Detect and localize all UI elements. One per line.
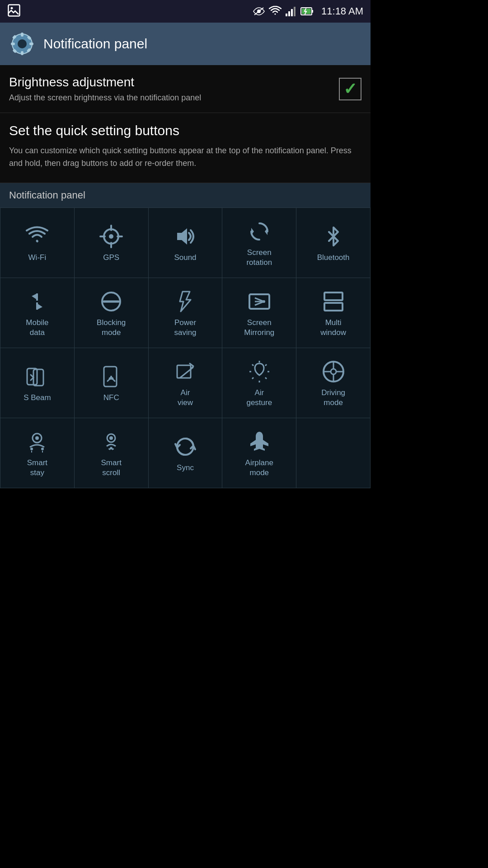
header-title: Notification panel <box>43 36 147 52</box>
battery-icon <box>300 6 314 16</box>
svg-point-62 <box>35 436 39 440</box>
svg-line-51 <box>252 364 253 366</box>
airplane-mode-label: Airplanemode <box>245 458 273 478</box>
checkmark-icon: ✓ <box>343 81 357 97</box>
grid-item-blocking-mode[interactable]: Blockingmode <box>75 278 149 348</box>
screen-rotation-label: Screenrotation <box>246 248 272 268</box>
svg-rect-42 <box>33 369 43 386</box>
bluetooth-label: Bluetooth <box>317 253 350 263</box>
svg-point-1 <box>11 7 13 9</box>
svg-rect-7 <box>294 7 296 16</box>
air-gesture-grid-icon <box>248 360 271 383</box>
quick-settings-grid: Wi-Fi GPS Sound Screenrotation <box>0 208 371 488</box>
brightness-title: Brightness adjustment <box>9 75 201 90</box>
grid-item-screen-mirroring[interactable]: ScreenMirroring <box>222 278 296 348</box>
grid-item-air-view[interactable]: Airview <box>149 348 223 418</box>
brightness-description: Adjust the screen brightness via the not… <box>9 93 201 103</box>
grid-item-smart-scroll[interactable]: Smartscroll <box>75 418 149 488</box>
gps-label: GPS <box>103 253 119 263</box>
sync-label: Sync <box>177 463 194 473</box>
grid-item-empty <box>296 418 371 488</box>
svg-rect-5 <box>288 11 290 16</box>
driving-mode-grid-icon <box>322 360 345 383</box>
status-time: 11:18 AM <box>321 5 363 17</box>
grid-item-wifi[interactable]: Wi-Fi <box>0 208 75 278</box>
power-saving-label: Powersaving <box>174 318 196 338</box>
grid-item-sync[interactable]: Sync <box>149 418 223 488</box>
svg-rect-13 <box>21 33 23 37</box>
svg-rect-9 <box>312 10 313 13</box>
brightness-section[interactable]: Brightness adjustment Adjust the screen … <box>0 65 371 113</box>
gps-grid-icon <box>99 225 123 248</box>
mobile-data-grid-icon <box>25 290 49 313</box>
svg-point-12 <box>18 39 27 48</box>
grid-item-airplane-mode[interactable]: Airplanemode <box>222 418 296 488</box>
svg-rect-14 <box>21 51 23 55</box>
power-saving-grid-icon <box>174 290 197 313</box>
status-right-icons: 11:18 AM <box>253 5 363 17</box>
svg-rect-40 <box>324 303 343 311</box>
quick-settings-title: Set the quick setting buttons <box>9 123 361 138</box>
grid-item-screen-rotation[interactable]: Screenrotation <box>222 208 296 278</box>
svg-rect-39 <box>324 292 343 300</box>
svg-rect-6 <box>291 9 293 16</box>
grid-item-smart-stay[interactable]: Smartstay <box>0 418 75 488</box>
air-view-label: Airview <box>178 388 193 408</box>
air-gesture-label: Airgesture <box>246 388 272 408</box>
grid-item-mobile-data[interactable]: Mobiledata <box>0 278 75 348</box>
sync-grid-icon <box>174 435 197 458</box>
grid-item-gps[interactable]: GPS <box>75 208 149 278</box>
sound-label: Sound <box>174 253 196 263</box>
blocking-mode-label: Blockingmode <box>97 318 126 338</box>
svg-point-56 <box>331 369 336 374</box>
nfc-grid-icon <box>99 365 123 388</box>
gear-icon <box>9 31 35 57</box>
grid-item-driving-mode[interactable]: Drivingmode <box>296 348 371 418</box>
air-view-grid-icon <box>174 360 197 383</box>
image-icon <box>7 4 21 17</box>
svg-rect-16 <box>29 42 33 45</box>
settings-gear-icon <box>9 31 35 57</box>
s-beam-grid-icon <box>25 365 49 388</box>
screen-rotation-grid-icon <box>248 220 271 243</box>
grid-item-multi-window[interactable]: Multiwindow <box>296 278 371 348</box>
brightness-checkbox[interactable]: ✓ <box>339 78 361 100</box>
svg-marker-27 <box>177 228 187 245</box>
notification-panel-label: Notification panel <box>0 183 371 208</box>
screen-mirroring-grid-icon <box>248 290 271 313</box>
grid-item-s-beam[interactable]: S Beam <box>0 348 75 418</box>
svg-point-68 <box>109 436 113 440</box>
svg-point-63 <box>30 448 33 450</box>
grid-item-sound[interactable]: Sound <box>149 208 223 278</box>
screen-mirroring-label: ScreenMirroring <box>244 318 274 338</box>
svg-point-64 <box>41 448 44 450</box>
svg-point-22 <box>109 234 113 239</box>
grid-item-nfc[interactable]: NFC <box>75 348 149 418</box>
brightness-text: Brightness adjustment Adjust the screen … <box>9 75 201 103</box>
nfc-label: NFC <box>103 393 119 403</box>
multi-window-label: Multiwindow <box>320 318 346 338</box>
driving-mode-label: Drivingmode <box>321 388 345 408</box>
bluetooth-grid-icon <box>322 225 345 248</box>
wifi-label: Wi-Fi <box>28 253 47 263</box>
smart-stay-label: Smartstay <box>27 458 47 478</box>
grid-item-power-saving[interactable]: Powersaving <box>149 278 223 348</box>
header: Notification panel <box>0 23 371 65</box>
smart-stay-grid-icon <box>25 430 49 453</box>
wifi-icon <box>269 6 282 17</box>
svg-point-38 <box>263 300 265 303</box>
blocking-mode-grid-icon <box>99 290 123 313</box>
grid-item-air-gesture[interactable]: Airgesture <box>222 348 296 418</box>
multi-window-grid-icon <box>322 290 345 313</box>
airplane-mode-grid-icon <box>248 430 271 453</box>
status-left-icons <box>7 4 21 19</box>
svg-marker-29 <box>251 228 254 235</box>
mobile-data-label: Mobiledata <box>26 318 48 338</box>
s-beam-label: S Beam <box>23 393 51 403</box>
grid-item-bluetooth[interactable]: Bluetooth <box>296 208 371 278</box>
sound-grid-icon <box>174 225 197 248</box>
svg-rect-15 <box>11 42 15 45</box>
svg-line-52 <box>265 377 267 379</box>
eye-icon <box>253 7 265 16</box>
wifi-grid-icon <box>25 225 49 248</box>
